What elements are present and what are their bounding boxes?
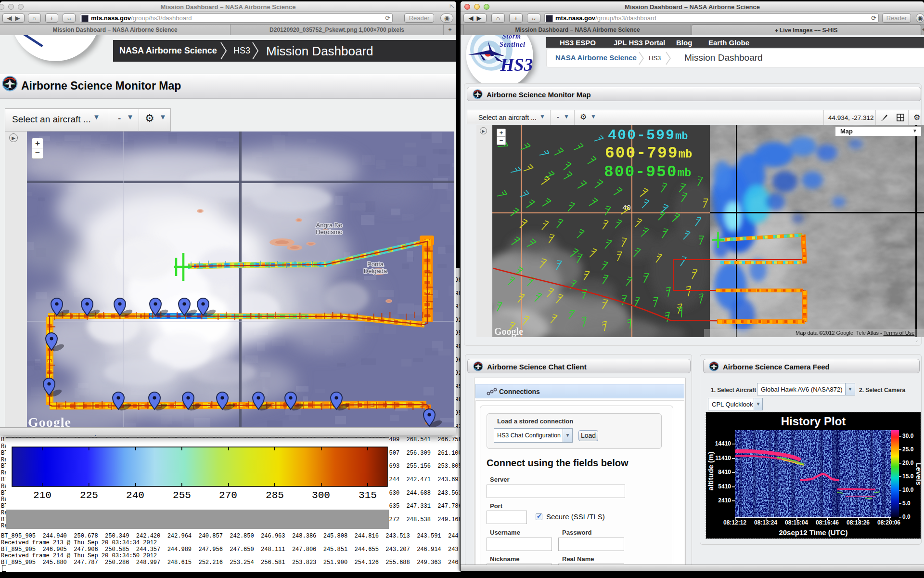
svg-text:08:12:12: 08:12:12 <box>723 519 746 526</box>
svg-text:Ponta: Ponta <box>367 261 384 268</box>
svg-text:11410: 11410 <box>715 455 731 461</box>
svg-text:15.0: 15.0 <box>902 473 914 480</box>
svg-text:10.0: 10.0 <box>902 486 914 493</box>
svg-text:315: 315 <box>359 490 377 501</box>
svg-text:08:18:26: 08:18:26 <box>847 519 870 526</box>
svg-text:Angra Do: Angra Do <box>316 222 343 229</box>
svg-text:altitude (m): altitude (m) <box>706 452 715 491</box>
svg-text:20.0: 20.0 <box>902 460 914 466</box>
svg-text:225: 225 <box>80 490 98 501</box>
svg-text:30.0: 30.0 <box>902 433 914 439</box>
svg-text:25.0: 25.0 <box>902 446 914 453</box>
svg-text:300: 300 <box>312 490 330 501</box>
svg-text:Google: Google <box>28 415 71 427</box>
svg-text:240: 240 <box>126 490 144 501</box>
svg-text:255: 255 <box>173 490 191 501</box>
svg-text:14410: 14410 <box>715 440 732 447</box>
svg-text:Storm: Storm <box>502 35 521 40</box>
svg-text:08:15:04: 08:15:04 <box>785 519 808 526</box>
svg-text:Google: Google <box>494 326 523 337</box>
svg-text:210: 210 <box>33 490 51 501</box>
svg-text:HS3: HS3 <box>500 55 533 75</box>
svg-text:40: 40 <box>622 204 631 212</box>
svg-text:8410: 8410 <box>718 469 731 475</box>
svg-text:History Plot: History Plot <box>781 415 846 428</box>
svg-text:Delgada: Delgada <box>364 267 387 275</box>
svg-text:5410: 5410 <box>718 483 731 490</box>
svg-text:5.0: 5.0 <box>902 500 911 507</box>
svg-text:Sentinel: Sentinel <box>500 40 526 48</box>
svg-text:08:16:46: 08:16:46 <box>816 519 839 526</box>
svg-text:08:20:06: 08:20:06 <box>877 519 900 526</box>
svg-text:Map data ©2012 Google, Tele At: Map data ©2012 Google, Tele Atlas - Term… <box>796 330 914 336</box>
svg-text:285: 285 <box>266 490 284 501</box>
svg-text:0.0: 0.0 <box>902 513 911 520</box>
svg-text:Heroismo: Heroismo <box>316 228 343 236</box>
svg-text:2410: 2410 <box>718 497 731 504</box>
svg-text:270: 270 <box>219 490 237 501</box>
svg-text:20sep12 Time (UTC): 20sep12 Time (UTC) <box>779 528 847 537</box>
svg-text:08:13:24: 08:13:24 <box>754 519 777 526</box>
svg-text:Levels: Levels <box>915 463 921 486</box>
